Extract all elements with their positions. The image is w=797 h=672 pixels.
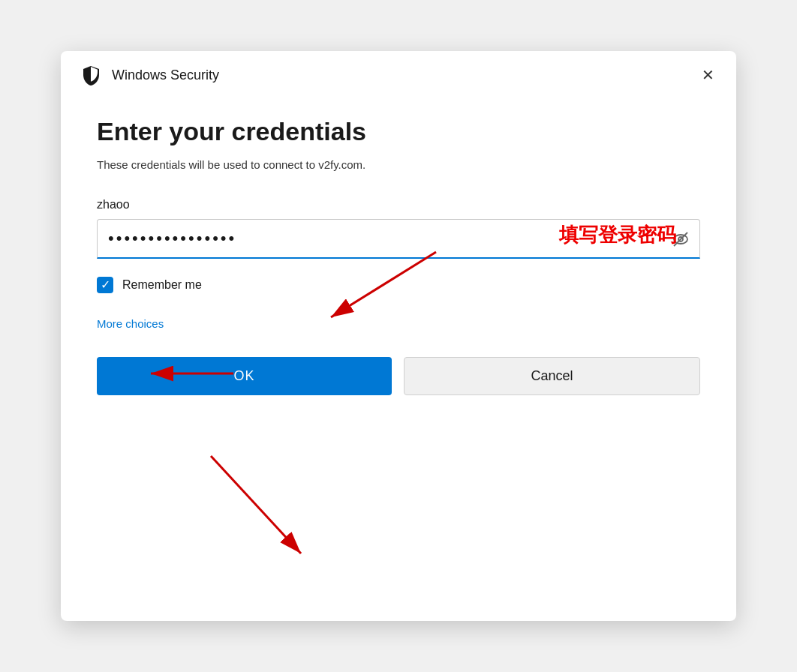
- more-choices-link[interactable]: More choices: [97, 317, 700, 330]
- ok-button[interactable]: OK: [97, 357, 392, 395]
- heading: Enter your credentials: [97, 117, 700, 146]
- remember-me-checkbox[interactable]: ✓: [97, 277, 113, 293]
- subtext: These credentials will be used to connec…: [97, 158, 700, 171]
- shield-icon: [79, 63, 103, 87]
- show-password-icon[interactable]: [672, 230, 690, 248]
- windows-security-dialog: Windows Security ✕ Enter your credential…: [61, 51, 736, 621]
- remember-me-label: Remember me: [122, 278, 202, 292]
- title-bar: Windows Security ✕: [61, 51, 736, 96]
- title-bar-left: Windows Security: [79, 63, 219, 87]
- buttons-row: OK Cancel: [97, 357, 700, 395]
- cancel-button[interactable]: Cancel: [404, 357, 700, 395]
- password-input[interactable]: [97, 219, 700, 259]
- password-field-wrapper: [97, 219, 700, 259]
- dialog-content: Enter your credentials These credentials…: [61, 96, 736, 425]
- close-button[interactable]: ✕: [694, 62, 721, 88]
- svg-line-9: [211, 456, 301, 554]
- remember-me-row: ✓ Remember me: [97, 277, 700, 293]
- username-label: zhaoo: [97, 198, 700, 212]
- dialog-title: Windows Security: [112, 68, 219, 83]
- checkmark-icon: ✓: [101, 279, 110, 291]
